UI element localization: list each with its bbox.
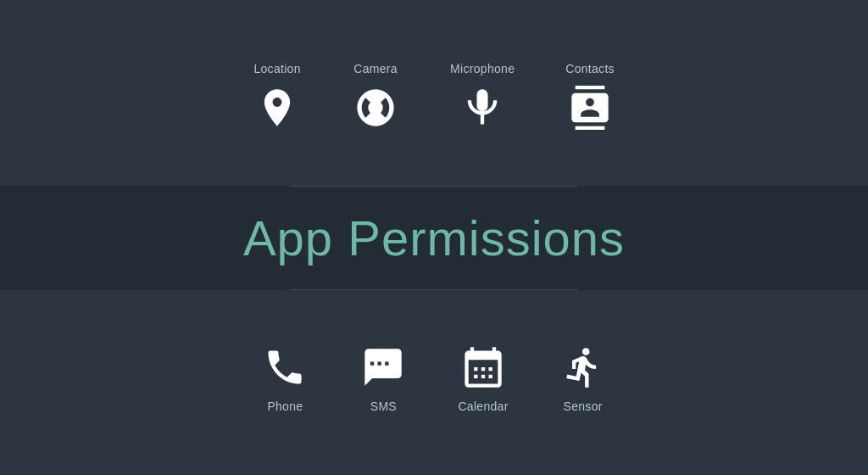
location-label: Location [253, 62, 300, 75]
permission-sms: SMS [359, 344, 407, 413]
title-section: App Permissions [0, 186, 868, 290]
calendar-label: Calendar [458, 400, 508, 413]
sms-icon [359, 344, 407, 391]
phone-icon [261, 344, 309, 391]
camera-label: Camera [353, 62, 398, 75]
location-icon [253, 84, 301, 131]
sms-label: SMS [370, 400, 397, 413]
app-permissions-title: App Permissions [243, 210, 625, 266]
permission-calendar: Calendar [458, 344, 508, 413]
sensor-label: Sensor [564, 400, 603, 413]
top-permissions-grid: Location Camera [253, 62, 615, 131]
phone-label: Phone [267, 400, 303, 413]
top-permissions-section: Location Camera [0, 0, 868, 186]
permission-phone: Phone [261, 344, 309, 413]
camera-icon [352, 84, 399, 131]
bottom-permissions-grid: Phone SMS Calendar [261, 344, 606, 413]
bottom-permissions-section: Phone SMS Calendar [0, 290, 868, 476]
permission-camera: Camera [352, 62, 399, 131]
microphone-icon [459, 84, 506, 131]
permission-location: Location [253, 62, 301, 131]
calendar-icon [459, 344, 507, 391]
sensor-icon [559, 344, 607, 391]
contacts-label: Contacts [565, 62, 615, 75]
permission-microphone: Microphone [450, 62, 515, 131]
contacts-icon [566, 84, 614, 131]
permission-sensor: Sensor [559, 344, 607, 413]
permission-contacts: Contacts [565, 62, 615, 131]
microphone-label: Microphone [450, 62, 515, 75]
